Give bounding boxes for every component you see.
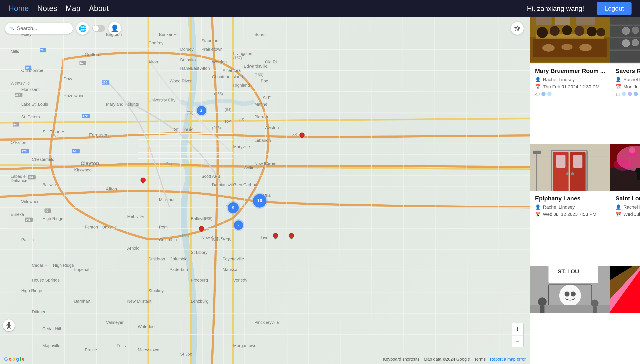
svg-text:St F: St F <box>263 96 271 100</box>
globe-icon-button[interactable]: 🌐 <box>76 22 89 35</box>
svg-text:(160): (160) <box>254 73 263 77</box>
svg-text:Columbia: Columbia <box>169 256 187 261</box>
svg-text:Worden: Worden <box>212 60 227 64</box>
svg-text:Alton: Alton <box>148 60 158 64</box>
svg-text:High Ridge: High Ridge <box>21 288 42 293</box>
tag-dot-2b <box>628 92 632 96</box>
svg-rect-236 <box>556 155 565 168</box>
svg-text:Affton: Affton <box>106 187 117 191</box>
nav-home[interactable]: Home <box>9 4 29 13</box>
svg-rect-209 <box>610 50 640 51</box>
svg-text:Live: Live <box>261 235 269 240</box>
note-content-6 <box>610 313 640 320</box>
nav-map[interactable]: Map <box>66 4 80 13</box>
tag-dot-2c <box>634 92 638 96</box>
svg-point-235 <box>571 172 574 176</box>
note-author-4: 👤 Rachel Lindsey <box>615 204 640 210</box>
profile-icon-button[interactable]: 👤 <box>108 22 121 35</box>
svg-text:Alhambra: Alhambra <box>223 68 241 73</box>
svg-text:(157): (157) <box>233 56 242 60</box>
map-cluster-2a[interactable]: 2 <box>197 106 206 115</box>
note-card-4[interactable]: Saint Louis CITY Socce... 👤 Rachel Linds… <box>610 144 640 266</box>
search-input[interactable] <box>17 25 80 31</box>
note-content-3: Epiphany Lanes 👤 Rachel Lindsey 📅 Wed Ju… <box>530 191 610 222</box>
note-card-6[interactable]: PRIDE A THEOLOGICAL SEMINARY <box>610 266 640 364</box>
map-terms[interactable]: Terms <box>474 357 486 362</box>
svg-text:Morgantown: Morgantown <box>233 343 257 348</box>
note-card-1[interactable]: Mary Bruemmer Room ... 👤 Rachel Lindsey … <box>530 17 610 144</box>
svg-text:Lenzburg: Lenzburg <box>191 299 208 304</box>
svg-text:Old Ri: Old Ri <box>265 60 277 64</box>
google-logo: Google <box>4 356 25 362</box>
svg-rect-207 <box>610 24 640 26</box>
zoom-out-button[interactable]: − <box>512 335 524 347</box>
report-map-error[interactable]: Report a map error <box>490 357 526 362</box>
svg-text:Marine: Marine <box>254 102 267 106</box>
svg-point-264 <box>564 292 569 296</box>
svg-text:Mehlville: Mehlville <box>127 214 144 219</box>
map-cluster-10[interactable]: 10 <box>253 194 267 208</box>
svg-text:141: 141 <box>25 218 31 221</box>
map-area[interactable]: 🔍 🌐 👤 <box>0 17 530 364</box>
svg-point-219 <box>632 39 639 46</box>
keyboard-shortcuts[interactable]: Keyboard shortcuts <box>383 357 419 362</box>
map-pin-3[interactable] <box>199 226 204 232</box>
svg-text:Barnhart: Barnhart <box>74 299 91 304</box>
svg-text:Imperial: Imperial <box>74 267 89 272</box>
svg-text:House Springs: House Springs <box>32 278 60 282</box>
svg-text:Wood River: Wood River <box>169 79 192 83</box>
note-card-2[interactable]: Savers Rosaries 👤 Rachel Lindsey 📅 Mon J… <box>610 17 640 144</box>
svg-text:Prairie: Prairie <box>85 348 97 352</box>
nav-notes[interactable]: Notes <box>37 4 57 13</box>
svg-text:Dittmer: Dittmer <box>32 310 46 314</box>
svg-text:Old Monroe: Old Monroe <box>21 68 43 73</box>
svg-text:(161): (161) <box>180 234 189 238</box>
svg-text:70: 70 <box>40 48 44 52</box>
svg-point-258 <box>629 147 635 154</box>
map-pin-1[interactable] <box>299 132 305 138</box>
map-pin-4[interactable] <box>273 233 278 239</box>
svg-text:Chesterfield: Chesterfield <box>32 157 54 162</box>
svg-text:170: 170 <box>83 114 88 118</box>
zoom-in-button[interactable]: + <box>512 323 524 335</box>
note-tags-1: 🏷 <box>535 92 605 97</box>
svg-text:(70): (70) <box>238 117 244 121</box>
note-title-1: Mary Bruemmer Room ... <box>535 68 605 74</box>
map-toggle[interactable] <box>92 25 105 32</box>
map-cluster-2b[interactable]: 2 <box>234 220 243 230</box>
pegman-button[interactable] <box>3 320 15 331</box>
note-image-4 <box>610 144 640 191</box>
svg-rect-203 <box>536 17 552 25</box>
note-content-1: Mary Bruemmer Room ... 👤 Rachel Lindsey … <box>530 64 610 100</box>
tag-dot-2a <box>622 92 626 96</box>
svg-text:University City: University City <box>148 98 175 102</box>
svg-text:St. Peters: St. Peters <box>21 114 40 119</box>
search-box[interactable]: 🔍 <box>5 23 73 34</box>
nav-about[interactable]: About <box>89 4 109 13</box>
map-pin-5[interactable] <box>289 233 294 239</box>
svg-text:St Joe: St Joe <box>180 352 192 356</box>
svg-text:(255): (255) <box>214 92 223 96</box>
svg-text:Maeystown: Maeystown <box>138 348 159 352</box>
notes-grid: Mary Bruemmer Room ... 👤 Rachel Lindsey … <box>530 17 640 364</box>
svg-text:Highland: Highland <box>233 83 250 88</box>
gps-button[interactable] <box>511 22 524 35</box>
svg-text:Hamel: Hamel <box>180 66 192 70</box>
svg-text:Bunker Hill: Bunker Hill <box>159 32 179 37</box>
map-pin-2[interactable] <box>140 178 146 184</box>
svg-text:Venedy: Venedy <box>233 278 247 282</box>
note-image-3 <box>530 144 610 191</box>
svg-text:Smithton: Smithton <box>148 256 165 261</box>
svg-text:364: 364 <box>15 93 20 96</box>
svg-line-187 <box>10 328 10 329</box>
tag-icon-2: 🏷 <box>615 92 620 97</box>
note-card-3[interactable]: Epiphany Lanes 👤 Rachel Lindsey 📅 Wed Ju… <box>530 144 610 266</box>
logout-button[interactable]: Logout <box>597 2 631 15</box>
svg-rect-272 <box>593 307 597 313</box>
svg-text:Waterloo: Waterloo <box>138 324 154 329</box>
map-cluster-9[interactable]: 9 <box>228 202 239 213</box>
svg-point-196 <box>574 26 584 36</box>
note-card-5[interactable]: ST. LOU 38.62701 N, 90.1994 W <box>530 266 610 364</box>
svg-text:Grafton: Grafton <box>85 52 99 57</box>
svg-text:(255): (255) <box>203 217 212 221</box>
